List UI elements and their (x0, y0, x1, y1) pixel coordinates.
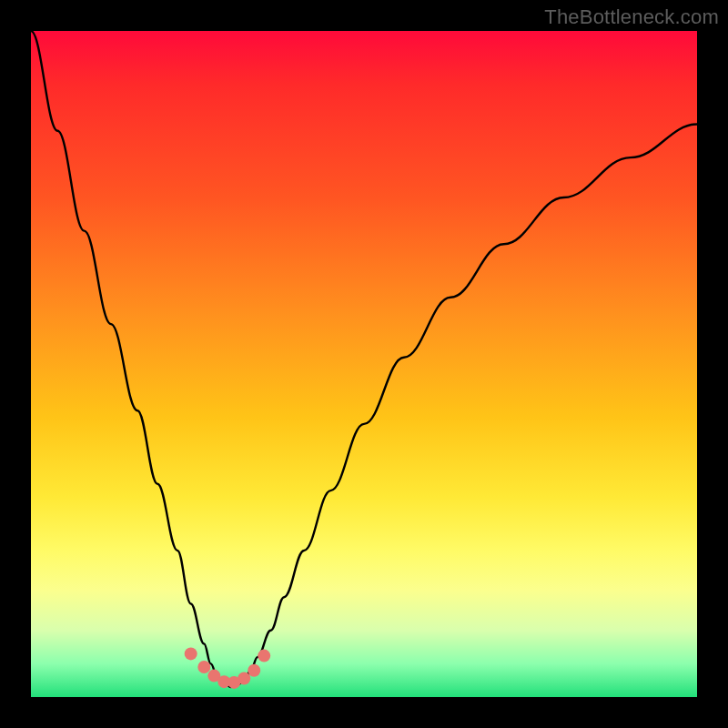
curve-path (31, 31, 697, 687)
minimum-marker-dot (238, 672, 250, 685)
bottleneck-curve (31, 31, 697, 687)
minimum-marker-dot (258, 650, 270, 662)
minimum-marker-dot (248, 664, 260, 677)
plot-area (31, 31, 697, 697)
chart-frame: TheBottleneck.com (0, 0, 728, 728)
minimum-marker-dot (197, 661, 210, 673)
minimum-marker-dot (185, 647, 197, 660)
watermark-text: TheBottleneck.com (544, 5, 719, 29)
curve-layer (31, 31, 697, 697)
minimum-markers (185, 647, 271, 688)
